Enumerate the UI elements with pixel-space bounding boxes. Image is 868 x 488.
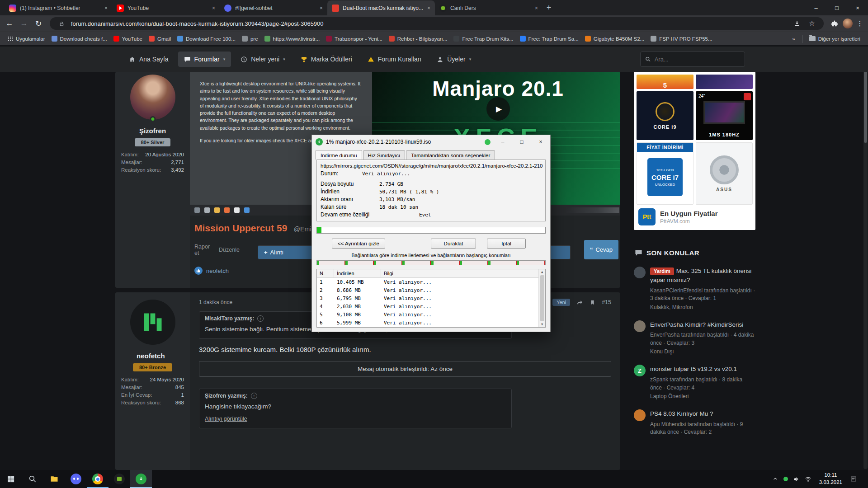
scroll-down-icon[interactable]: ▼ (541, 323, 543, 326)
topic-forum-link[interactable]: Konu Dışı (650, 348, 755, 355)
nav-item-forums[interactable]: Forumlar ▾ (178, 52, 231, 67)
ad-footer[interactable]: Ptt En Uygun Fiyatlar PttAVM.com (637, 205, 753, 227)
tab-after-complete[interactable]: Tamamlandıktan sonra seçenekler (406, 150, 495, 160)
table-row[interactable]: 6 5,999 MB Veri alınıyor... (317, 319, 545, 327)
ad-product-cpu-i7[interactable]: FİYAT İNDİRİMİ 10TH GEN CORE i7 UNLOCKED (637, 142, 693, 205)
browser-tab-instagram[interactable]: (1) Instagram • Sohbetler × (5, 0, 112, 15)
view-quote-link[interactable]: Alıntıyı görüntüle (205, 415, 247, 423)
bookmark-icon[interactable] (590, 299, 595, 306)
tab-download-status[interactable]: İndirme durumu (316, 150, 362, 160)
user-avatar[interactable] (130, 300, 175, 345)
bookmark-item[interactable]: Download Free 100... (174, 34, 239, 44)
arrow-up-icon[interactable]: ↑ (257, 315, 264, 322)
report-link[interactable]: Rapor et (194, 244, 210, 256)
tab-close-icon[interactable]: × (104, 5, 108, 11)
bookmark-item[interactable]: pre (239, 34, 261, 44)
table-row[interactable]: 2 8,686 MB Veri alınıyor... (317, 286, 545, 294)
chrome-button[interactable] (87, 470, 108, 488)
bookmarks-overflow-button[interactable]: » (789, 34, 798, 44)
username[interactable]: Şizofren (121, 127, 184, 135)
dialog-title-bar[interactable]: 1% manjaro-xfce-20.2.1-210103-linux59.is… (312, 135, 550, 149)
extensions-puzzle-icon[interactable] (829, 18, 840, 29)
bookmark-item[interactable]: Gmail (146, 34, 174, 44)
table-row[interactable]: 1 10,405 MB Veri alınıyor... (317, 278, 545, 286)
ad-banner[interactable]: 5 CORE i9 24" 1MS 180HZ FİYAT İNDİRİMİ (634, 72, 755, 230)
download-icon[interactable] (792, 18, 802, 29)
topic-avatar[interactable] (634, 267, 646, 278)
dialog-close-button[interactable]: × (531, 135, 550, 149)
pause-button[interactable]: Duraklat (431, 239, 476, 249)
bookmark-item[interactable]: Free: Trap Drum Sa... (517, 34, 582, 44)
back-button[interactable]: ← (4, 19, 15, 28)
fdm-button[interactable] (130, 470, 152, 488)
window-close-button[interactable]: × (847, 0, 868, 15)
eksi-button[interactable] (108, 470, 130, 488)
topic-title[interactable]: monster tulpar t5 v19.2 vs v20.1 (650, 366, 737, 372)
browser-tab-discord[interactable]: #f|genel-sohbet × (220, 0, 327, 15)
bookmark-item[interactable]: Free Trap Drum Kits... (450, 34, 516, 44)
post-number[interactable]: #15 (602, 299, 611, 305)
username[interactable]: neofetch_ (121, 352, 184, 360)
topic-forum-link[interactable]: Laptop Önerileri (650, 393, 755, 399)
nav-item-whats-new[interactable]: Neler yeni ▾ (235, 52, 291, 67)
file-explorer-button[interactable] (43, 470, 65, 488)
table-row[interactable]: 5 9,108 MB Veri alınıyor... (317, 310, 545, 319)
quote-header[interactable]: Şizofren yazmış: ↑ (199, 389, 511, 400)
browser-tab-canli-ders[interactable]: Canlı Ders × (435, 0, 542, 15)
ad-product-partial-2[interactable] (696, 75, 753, 89)
scrollbar-thumb[interactable] (540, 275, 544, 321)
search-input[interactable] (655, 56, 740, 63)
ad-product-cpu-i9[interactable]: CORE i9 (637, 91, 693, 140)
ad-product-partial-1[interactable]: 5 (637, 75, 693, 89)
tab-speed-limiter[interactable]: Hız Sınırlayıcı (363, 150, 406, 160)
edit-link[interactable]: Düzenle (219, 247, 240, 253)
url-bar[interactable]: forum.donanimarsivi.com/konu/dual-boot-m… (50, 17, 824, 30)
bookmark-item[interactable]: https://www.livinstr... (261, 34, 323, 44)
other-bookmarks-button[interactable]: Diğer yer işaretleri (806, 34, 863, 44)
dialog-maximize-button[interactable]: □ (512, 135, 531, 149)
topic-title[interactable]: YardımMax. 325 TL kulaklık önerisi yapar… (650, 267, 751, 283)
dialog-minimize-button[interactable]: – (493, 135, 512, 149)
bookmark-star-icon[interactable]: ☆ (807, 18, 817, 29)
hide-details-button[interactable]: << Ayrıntıları gizle (332, 239, 385, 249)
topic-item[interactable]: PS4 8.03 Kırılıyor Mu ? Apu Mühendisi ta… (634, 409, 755, 436)
nav-item-forum-rules[interactable]: Forum Kuralları (362, 52, 427, 67)
discord-button[interactable] (65, 470, 87, 488)
window-minimize-button[interactable]: – (806, 0, 826, 15)
refresh-button[interactable]: ↻ (33, 19, 44, 28)
user-avatar[interactable] (130, 75, 175, 120)
bookmark-item[interactable]: FSP HV PRO FSP55... (647, 34, 715, 44)
scroll-up-icon[interactable]: ▲ (541, 270, 543, 274)
arrow-up-icon[interactable]: ↑ (251, 393, 257, 399)
share-icon[interactable] (576, 299, 583, 306)
topic-forum-link[interactable]: Kulaklık, Mikrofon (650, 304, 755, 310)
start-button[interactable] (0, 470, 22, 488)
window-maximize-button[interactable]: □ (826, 0, 847, 15)
forward-button[interactable]: → (18, 19, 30, 28)
nav-item-home[interactable]: Ana Sayfa (123, 52, 175, 67)
forum-search-box[interactable] (640, 52, 745, 67)
topic-avatar[interactable] (634, 409, 646, 421)
tray-expand-icon[interactable] (772, 476, 778, 482)
page-scrollbar[interactable] (863, 47, 868, 469)
taskbar-clock[interactable]: 10:11 3.03.2021 (816, 472, 845, 486)
ad-product-monitor[interactable]: 24" 1MS 180HZ (696, 91, 753, 140)
cancel-button[interactable]: İptal (487, 239, 526, 249)
bookmark-item[interactable]: Gigabyte B450M S2... (582, 34, 648, 44)
tab-close-icon[interactable]: × (212, 5, 215, 11)
topic-avatar[interactable] (634, 320, 646, 332)
tab-close-icon[interactable]: × (535, 5, 538, 11)
bookmark-item[interactable]: Rehber - Bilgisayarı... (386, 34, 451, 44)
reply-button[interactable]: “Cevap (584, 240, 618, 259)
browser-menu-icon[interactable]: ⋮ (855, 19, 864, 28)
profile-avatar[interactable] (843, 19, 853, 28)
table-row[interactable]: 4 2,030 MB Veri alınıyor... (317, 302, 545, 310)
topic-title[interactable]: EnverPasha Kimdir? #KimdirSerisi (650, 321, 743, 328)
tab-close-icon[interactable]: × (320, 5, 323, 11)
table-row[interactable]: 3 6,795 MB Veri alınıyor... (317, 294, 545, 302)
browser-tab-youtube[interactable]: YouTube × (112, 0, 220, 15)
bookmark-item[interactable]: Download cheats f... (48, 34, 110, 44)
bookmark-item[interactable]: YouTube (110, 34, 146, 44)
network-icon[interactable] (805, 476, 811, 483)
topic-avatar[interactable]: Z (634, 365, 646, 376)
